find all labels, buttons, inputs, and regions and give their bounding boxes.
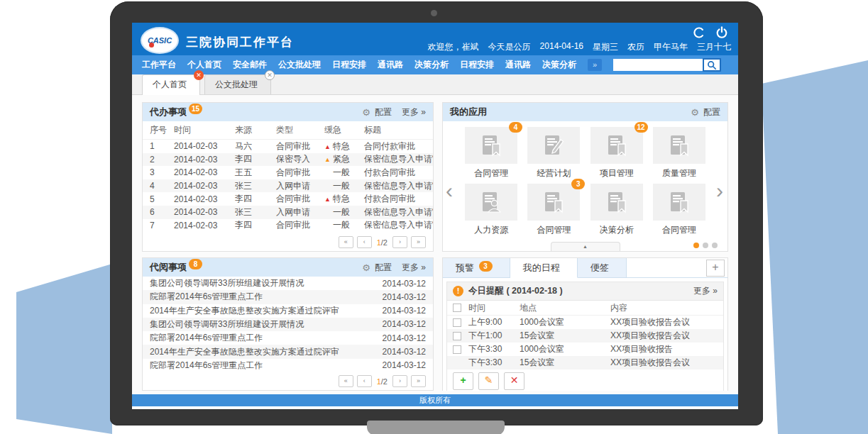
list-item[interactable]: 院部署2014年6s管理重点工作2014-03-12 xyxy=(143,331,433,345)
tab-personal-home[interactable]: 个人首页 ✕ xyxy=(142,74,200,95)
select-all-checkbox[interactable] xyxy=(453,304,461,312)
nav-item-schedule-2[interactable]: 日程安排 xyxy=(460,59,494,71)
close-tab-icon[interactable]: ✕ xyxy=(194,70,204,80)
nav-item-docs[interactable]: 公文批处理 xyxy=(278,59,321,71)
add-button[interactable]: + xyxy=(453,372,473,390)
reminder-header: ! 今日提醒 ( 2014-02-18 ) 更多 » xyxy=(447,282,723,301)
table-row[interactable]: 下午1:0015会议室XX项目验收报告会议 xyxy=(447,329,723,343)
list-item[interactable]: 院部署2014年6s管理重点工作2014-03-12 xyxy=(143,290,433,304)
apps-title: 我的应用 xyxy=(450,106,487,118)
nav-item-workbench[interactable]: 工作平台 xyxy=(142,59,176,71)
col-place: 地点 xyxy=(520,302,610,314)
app-contract-mgmt-2[interactable]: 3 合同管理 xyxy=(522,184,585,236)
gear-icon[interactable]: ⚙ xyxy=(362,107,370,118)
table-row[interactable]: 32014-02-03 王五合同审批 ▲一般 付款合同审批 xyxy=(143,166,433,179)
apps-panel-header: 我的应用 ⚙ 配置 xyxy=(443,103,727,121)
nav-item-analysis[interactable]: 决策分析 xyxy=(414,59,449,71)
list-item[interactable]: 2014年生产安全事故隐患整改实施方案通过院评审2014-03-12 xyxy=(143,304,433,318)
nav-item-contacts[interactable]: 通讯路 xyxy=(378,59,403,71)
schedule-more-button[interactable]: 更多 » xyxy=(693,285,718,297)
edit-pencil-button[interactable]: ✎ xyxy=(478,372,499,390)
search-button[interactable] xyxy=(703,58,721,72)
next-page-button[interactable]: › xyxy=(392,236,407,248)
app-project-mgmt[interactable]: 12 项目管理 xyxy=(586,127,648,179)
gear-icon[interactable]: ⚙ xyxy=(362,262,370,273)
tab-doc-processing[interactable]: 公文批处理 ✕ xyxy=(204,74,271,94)
first-page-button[interactable]: « xyxy=(339,375,353,387)
list-item[interactable]: 院部署2014年6s管理重点工作2014-03-12 xyxy=(143,359,433,372)
col-time: 时间 xyxy=(174,124,235,136)
tab-alerts[interactable]: 预警 3 xyxy=(443,258,510,277)
table-row[interactable]: 下午3:3015会议室XX项目验收报告会议 xyxy=(447,356,723,369)
delete-button[interactable]: ✕ xyxy=(504,372,524,390)
table-row[interactable]: 42014-02-03 张三入网申请 ▲一般 保密信息导入申请审批 xyxy=(143,179,433,193)
app-business-plan[interactable]: 经营计划 xyxy=(522,127,585,179)
nav-more-button[interactable]: » xyxy=(588,59,602,71)
row-checkbox[interactable] xyxy=(453,345,461,354)
app-quality-mgmt[interactable]: 质量管理 xyxy=(648,127,710,179)
carousel-dot[interactable] xyxy=(703,243,708,248)
schedule-table-header: 时间 地点 内容 xyxy=(447,301,723,316)
table-row[interactable]: 52014-02-03 李四合同审批 ▲特急 付款合同审批 xyxy=(143,192,433,206)
app-contract-mgmt-3[interactable]: 合同管理 xyxy=(648,184,710,236)
table-row[interactable]: 下午3:301000会议室XX项目验收报告 xyxy=(447,343,723,356)
nav-item-contacts-2[interactable]: 通讯路 xyxy=(505,59,531,71)
table-row[interactable]: 上午9:001000会议室XX项目验收报告会议 xyxy=(447,316,723,329)
gear-icon[interactable]: ⚙ xyxy=(691,107,699,118)
doc-person-icon xyxy=(478,191,504,213)
add-schedule-button[interactable]: + xyxy=(706,260,725,277)
app-badge: 4 xyxy=(509,122,522,133)
brand: CASIC 三院协同工作平台 xyxy=(141,23,294,55)
tab-my-schedule[interactable]: 我的日程 xyxy=(510,258,578,278)
apps-config-button[interactable]: 配置 xyxy=(703,106,720,118)
list-item[interactable]: 集团公司领导调研33所班组建设开展情况2014-03-12 xyxy=(143,318,433,331)
header-right: 欢迎您，崔斌 今天是公历 2014-04-16 星期三 农历 甲午马年 三月十七 xyxy=(428,23,731,55)
urgency-triangle-icon: ▲ xyxy=(324,196,333,203)
schedule-tabs: 预警 3 我的日程 便签 + xyxy=(442,257,728,278)
read-config-button[interactable]: 配置 xyxy=(375,262,392,274)
content-area: 代办事项 15 ⚙ 配置 更多 » 序号 时间 来源 类型 缓急 xyxy=(132,95,738,394)
prev-page-button[interactable]: ‹ xyxy=(357,236,372,248)
app-badge: 3 xyxy=(571,179,585,189)
carousel-dot[interactable] xyxy=(693,243,699,248)
app-contract-mgmt[interactable]: 4 合同管理 xyxy=(460,127,522,179)
welcome-user: 欢迎您，崔斌 xyxy=(428,41,479,53)
table-row[interactable]: 62014-02-03 张三入网申请 ▲一般 保密信息导入申请审批 xyxy=(143,206,433,219)
table-row[interactable]: 72014-02-03 李四合同审批 ▲一般 保密信息导入申请审批 xyxy=(143,219,433,233)
carousel-dot[interactable] xyxy=(712,243,718,248)
nav-item-schedule[interactable]: 日程安排 xyxy=(332,59,366,71)
close-tab-icon[interactable]: ✕ xyxy=(265,70,275,80)
refresh-icon[interactable] xyxy=(693,26,705,39)
next-page-button[interactable]: › xyxy=(392,375,407,387)
prev-page-button[interactable]: ‹ xyxy=(357,375,372,387)
nav-item-home[interactable]: 个人首页 xyxy=(187,59,221,71)
last-page-button[interactable]: » xyxy=(411,236,426,248)
row-checkbox[interactable] xyxy=(453,318,461,327)
carousel-right-icon[interactable]: › xyxy=(716,184,723,198)
nav-item-analysis-2[interactable]: 决策分析 xyxy=(542,59,576,71)
last-page-button[interactable]: » xyxy=(411,375,426,387)
app-decision-analysis[interactable]: 决策分析 xyxy=(586,184,648,236)
doc-bookmark-icon xyxy=(666,134,692,157)
urgency-triangle-icon: ▲ xyxy=(324,156,333,163)
read-more-button[interactable]: 更多 » xyxy=(402,262,426,274)
row-checkbox[interactable] xyxy=(453,332,461,340)
table-row[interactable]: 22014-02-03 李四保密导入 ▲紧急 保密信息导入申请审批 xyxy=(143,153,433,167)
todo-panel: 代办事项 15 ⚙ 配置 更多 » 序号 时间 来源 类型 缓急 xyxy=(142,102,434,252)
collapse-panel-button[interactable]: ▲ xyxy=(551,242,620,251)
nav-item-mail[interactable]: 安全邮件 xyxy=(233,59,267,71)
todo-config-button[interactable]: 配置 xyxy=(375,106,392,118)
first-page-button[interactable]: « xyxy=(339,236,353,248)
app-hr[interactable]: 人力资源 xyxy=(460,184,522,236)
lunar-year: 甲午马年 xyxy=(654,41,688,53)
tab-notes[interactable]: 便签 xyxy=(578,258,627,277)
list-item[interactable]: 集团公司领导调研33所班组建设开展情况2014-03-12 xyxy=(143,277,433,290)
todo-more-button[interactable]: 更多 » xyxy=(402,106,426,118)
alert-icon: ! xyxy=(453,286,463,296)
carousel-left-icon[interactable]: ‹ xyxy=(446,184,453,198)
power-icon[interactable] xyxy=(715,26,728,39)
list-item[interactable]: 2014年生产安全事故隐患整改实施方案通过院评审2014-03-12 xyxy=(143,345,433,358)
table-row[interactable]: 12014-02-03 马六合同审批 ▲特急 合同付款审批 xyxy=(143,140,433,153)
col-no: 序号 xyxy=(150,124,174,136)
search-input[interactable] xyxy=(613,59,703,71)
